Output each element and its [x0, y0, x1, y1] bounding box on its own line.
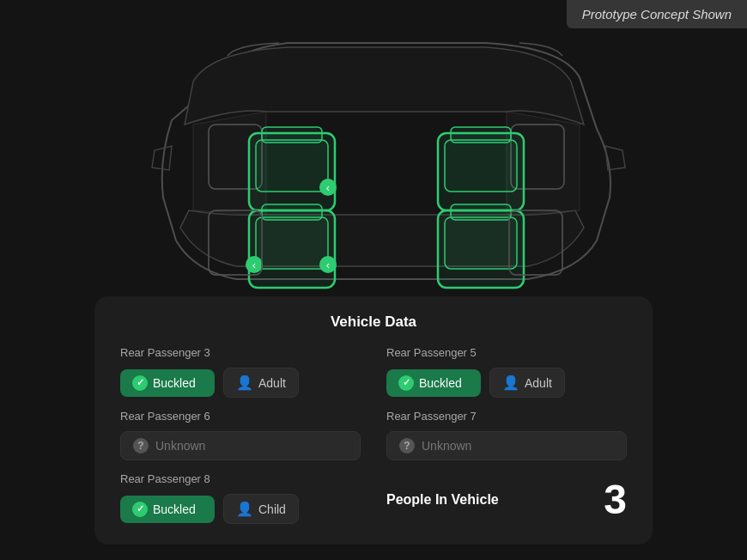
passenger-5-check-icon	[398, 375, 414, 391]
passenger-3-person-icon: 👤	[236, 374, 253, 391]
passenger-3-row: Buckled 👤 Adult	[120, 368, 361, 398]
passenger-8-row: Buckled 👤 Child	[120, 494, 361, 524]
svg-text:‹: ‹	[326, 259, 330, 271]
people-in-vehicle: People In Vehicle 3	[386, 479, 627, 520]
svg-text:‹: ‹	[326, 181, 330, 194]
passenger-3-section: Rear Passenger 3 Buckled 👤 Adult	[120, 346, 361, 398]
svg-rect-11	[256, 217, 328, 269]
passenger-6-status: Unknown	[155, 439, 205, 453]
vehicle-data-card: Vehicle Data Rear Passenger 3 Buckled 👤 …	[94, 296, 653, 545]
passenger-7-unknown-badge: ? Unknown	[386, 431, 627, 460]
passenger-8-label: Rear Passenger 8	[120, 472, 361, 485]
passenger-3-label: Rear Passenger 3	[120, 346, 361, 359]
passenger-3-check-icon	[132, 375, 148, 391]
passenger-6-section: Rear Passenger 6 ? Unknown	[120, 410, 361, 460]
passenger-6-question-icon: ?	[133, 438, 149, 453]
svg-rect-12	[262, 204, 322, 220]
passenger-5-row: Buckled 👤 Adult	[386, 368, 627, 398]
passenger-6-unknown-badge: ? Unknown	[120, 431, 361, 460]
passenger-5-type: Adult	[525, 376, 552, 390]
svg-rect-9	[451, 127, 511, 143]
passenger-5-label: Rear Passenger 5	[386, 346, 627, 359]
prototype-banner: Prototype Concept Shown	[567, 0, 747, 28]
passenger-3-type: Adult	[258, 376, 286, 390]
passenger-8-check-icon	[132, 502, 148, 517]
people-in-vehicle-count: 3	[604, 479, 627, 520]
passenger-3-type-badge: 👤 Adult	[223, 368, 299, 398]
passenger-6-label: Rear Passenger 6	[120, 410, 361, 423]
svg-text:‹: ‹	[252, 259, 256, 271]
passenger-5-person-icon: 👤	[502, 374, 519, 391]
car-diagram: ‹ ‹ ‹	[116, 26, 631, 292]
passenger-3-status: Buckled	[153, 376, 196, 390]
passenger-5-status: Buckled	[419, 376, 462, 390]
svg-rect-8	[445, 140, 517, 192]
passenger-7-label: Rear Passenger 7	[386, 410, 627, 423]
passenger-5-section: Rear Passenger 5 Buckled 👤 Adult	[386, 346, 627, 398]
passenger-6-row: ? Unknown	[120, 431, 361, 460]
passenger-8-status: Buckled	[153, 502, 196, 516]
bottom-row: Rear Passenger 8 Buckled 👤 Child People …	[120, 472, 627, 524]
passenger-8-section: Rear Passenger 8 Buckled 👤 Child	[120, 472, 361, 524]
passenger-8-type: Child	[258, 502, 286, 516]
prototype-banner-text: Prototype Concept Shown	[582, 7, 732, 21]
passenger-7-status: Unknown	[422, 439, 471, 453]
svg-rect-19	[451, 204, 511, 220]
passenger-7-question-icon: ?	[399, 438, 415, 453]
people-in-vehicle-label: People In Vehicle	[386, 492, 499, 508]
passenger-7-section: Rear Passenger 7 ? Unknown	[386, 410, 627, 460]
passengers-grid: Rear Passenger 3 Buckled 👤 Adult Rear Pa…	[120, 346, 627, 460]
passenger-7-row: ? Unknown	[386, 431, 627, 460]
passenger-3-buckled-badge: Buckled	[120, 369, 215, 397]
passenger-8-person-icon: 👤	[236, 501, 253, 517]
passenger-5-buckled-badge: Buckled	[386, 369, 481, 397]
card-title: Vehicle Data	[120, 313, 627, 331]
passenger-5-type-badge: 👤 Adult	[489, 368, 565, 398]
svg-rect-18	[445, 217, 517, 269]
svg-rect-4	[262, 127, 322, 143]
passenger-8-type-badge: 👤 Child	[223, 494, 299, 524]
passenger-8-buckled-badge: Buckled	[120, 496, 215, 523]
svg-rect-3	[256, 140, 328, 192]
